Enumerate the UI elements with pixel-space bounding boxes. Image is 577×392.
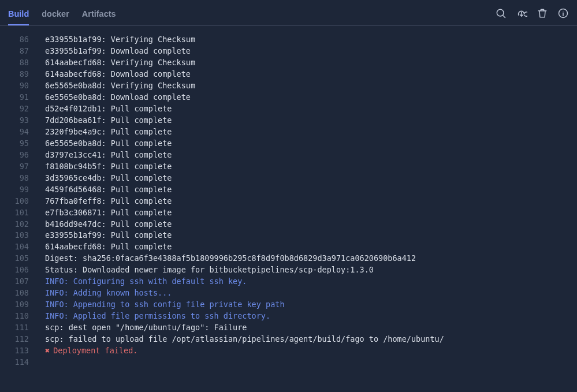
line-content: 2320f9be4a9c: Pull complete bbox=[45, 126, 577, 138]
line-number: 114 bbox=[0, 357, 45, 368]
log-line: 906e5565e0ba8d: Verifying Checksum bbox=[0, 80, 577, 92]
log-line: 105Digest: sha256:0faca6f3e4388af5b18099… bbox=[0, 253, 577, 264]
line-content: 6e5565e0ba8d: Download complete bbox=[45, 92, 577, 103]
log-line: 100767fba0feff8: Pull complete bbox=[0, 196, 577, 207]
line-number: 113 bbox=[0, 345, 45, 357]
line-content: INFO: Appending to ssh config file priva… bbox=[45, 299, 577, 311]
line-content: 7dd206bea61f: Pull complete bbox=[45, 115, 577, 126]
line-number: 86 bbox=[0, 34, 45, 46]
log-line: 96d3797e13cc41: Pull complete bbox=[0, 150, 577, 161]
line-number: 89 bbox=[0, 69, 45, 80]
line-content: 614aabecfd68: Download complete bbox=[45, 69, 577, 80]
log-line: 106Status: Downloaded newer image for bi… bbox=[0, 264, 577, 276]
line-number: 109 bbox=[0, 299, 45, 311]
line-number: 87 bbox=[0, 46, 45, 57]
line-content: scp: dest open "/home/ubuntu/fago": Fail… bbox=[45, 322, 577, 334]
line-number: 98 bbox=[0, 173, 45, 184]
line-content: Status: Downloaded newer image for bitbu… bbox=[45, 264, 577, 276]
log-line: 942320f9be4a9c: Pull complete bbox=[0, 126, 577, 138]
log-line: 937dd206bea61f: Pull complete bbox=[0, 115, 577, 126]
line-content: ✖Deployment failed. bbox=[45, 345, 577, 357]
tab-bar: Build docker Artifacts bbox=[8, 5, 116, 25]
line-content: Digest: sha256:0faca6f3e4388af5b1809996b… bbox=[45, 253, 577, 264]
line-number: 93 bbox=[0, 115, 45, 126]
fail-marker-icon: ✖ bbox=[45, 346, 50, 355]
line-number: 100 bbox=[0, 196, 45, 207]
log-line: 112scp: failed to upload file /opt/atlas… bbox=[0, 334, 577, 345]
line-content: e33955b1af99: Verifying Checksum bbox=[45, 34, 577, 46]
search-icon[interactable] bbox=[495, 8, 507, 19]
download-icon[interactable] bbox=[516, 8, 527, 19]
trash-icon[interactable] bbox=[537, 8, 548, 19]
line-content: INFO: Applied file permissions to ssh di… bbox=[45, 311, 577, 322]
line-content: 3d35965ce4db: Pull complete bbox=[45, 173, 577, 184]
svg-line-1 bbox=[503, 16, 505, 18]
line-content: e7fb3c306871: Pull complete bbox=[45, 207, 577, 219]
line-number: 112 bbox=[0, 334, 45, 345]
line-content: scp: failed to upload file /opt/atlassia… bbox=[45, 334, 577, 345]
log-line: 109INFO: Appending to ssh config file pr… bbox=[0, 299, 577, 311]
line-content: 6e5565e0ba8d: Pull complete bbox=[45, 138, 577, 150]
log-line: 88614aabecfd68: Verifying Checksum bbox=[0, 57, 577, 69]
log-line: 994459f6d56468: Pull complete bbox=[0, 184, 577, 196]
log-header: Build docker Artifacts bbox=[0, 0, 577, 26]
log-line: 87e33955b1af99: Download complete bbox=[0, 46, 577, 57]
tab-artifacts[interactable]: Artifacts bbox=[82, 5, 116, 25]
log-line: 114 bbox=[0, 357, 577, 368]
line-content bbox=[45, 357, 577, 368]
line-content: INFO: Configuring ssh with default ssh k… bbox=[45, 276, 577, 288]
log-line: 916e5565e0ba8d: Download complete bbox=[0, 92, 577, 103]
line-content: 6e5565e0ba8d: Verifying Checksum bbox=[45, 80, 577, 92]
line-number: 105 bbox=[0, 253, 45, 264]
line-number: 107 bbox=[0, 276, 45, 288]
line-content: d3797e13cc41: Pull complete bbox=[45, 150, 577, 161]
log-output: 86e33955b1af99: Verifying Checksum87e339… bbox=[0, 26, 577, 368]
line-content: 614aabecfd68: Pull complete bbox=[45, 241, 577, 253]
line-number: 99 bbox=[0, 184, 45, 196]
tab-docker[interactable]: docker bbox=[42, 5, 69, 25]
line-number: 106 bbox=[0, 264, 45, 276]
line-number: 88 bbox=[0, 57, 45, 69]
line-number: 102 bbox=[0, 219, 45, 230]
line-number: 91 bbox=[0, 92, 45, 103]
line-number: 97 bbox=[0, 161, 45, 173]
line-number: 110 bbox=[0, 311, 45, 322]
line-number: 104 bbox=[0, 241, 45, 253]
log-line: 113✖Deployment failed. bbox=[0, 345, 577, 357]
log-line: 101e7fb3c306871: Pull complete bbox=[0, 207, 577, 219]
log-line: 104614aabecfd68: Pull complete bbox=[0, 241, 577, 253]
log-line: 111scp: dest open "/home/ubuntu/fago": F… bbox=[0, 322, 577, 334]
line-number: 90 bbox=[0, 80, 45, 92]
line-content: INFO: Adding known hosts... bbox=[45, 288, 577, 299]
log-line: 92d52e4f012db1: Pull complete bbox=[0, 103, 577, 115]
line-number: 95 bbox=[0, 138, 45, 150]
line-content: 4459f6d56468: Pull complete bbox=[45, 184, 577, 196]
log-line: 107INFO: Configuring ssh with default ss… bbox=[0, 276, 577, 288]
line-number: 96 bbox=[0, 150, 45, 161]
log-line: 956e5565e0ba8d: Pull complete bbox=[0, 138, 577, 150]
toolbar bbox=[495, 8, 569, 23]
tab-build[interactable]: Build bbox=[8, 5, 29, 25]
line-content: 614aabecfd68: Verifying Checksum bbox=[45, 57, 577, 69]
log-line: 108INFO: Adding known hosts... bbox=[0, 288, 577, 299]
log-line: 110INFO: Applied file permissions to ssh… bbox=[0, 311, 577, 322]
log-line: 86e33955b1af99: Verifying Checksum bbox=[0, 34, 577, 46]
log-line: 983d35965ce4db: Pull complete bbox=[0, 173, 577, 184]
log-line: 103e33955b1af99: Pull complete bbox=[0, 230, 577, 241]
line-number: 101 bbox=[0, 207, 45, 219]
log-line: 102b416dd9e47dc: Pull complete bbox=[0, 219, 577, 230]
line-content: e33955b1af99: Download complete bbox=[45, 46, 577, 57]
line-content: b416dd9e47dc: Pull complete bbox=[45, 219, 577, 230]
line-number: 94 bbox=[0, 126, 45, 138]
info-icon[interactable] bbox=[557, 8, 569, 19]
line-content: e33955b1af99: Pull complete bbox=[45, 230, 577, 241]
line-content: f8108bc94b5f: Pull complete bbox=[45, 161, 577, 173]
log-line: 97f8108bc94b5f: Pull complete bbox=[0, 161, 577, 173]
line-content: 767fba0feff8: Pull complete bbox=[45, 196, 577, 207]
svg-point-5 bbox=[563, 11, 564, 12]
log-line: 89614aabecfd68: Download complete bbox=[0, 69, 577, 80]
line-number: 108 bbox=[0, 288, 45, 299]
line-number: 111 bbox=[0, 322, 45, 334]
line-number: 103 bbox=[0, 230, 45, 241]
line-content: d52e4f012db1: Pull complete bbox=[45, 103, 577, 115]
